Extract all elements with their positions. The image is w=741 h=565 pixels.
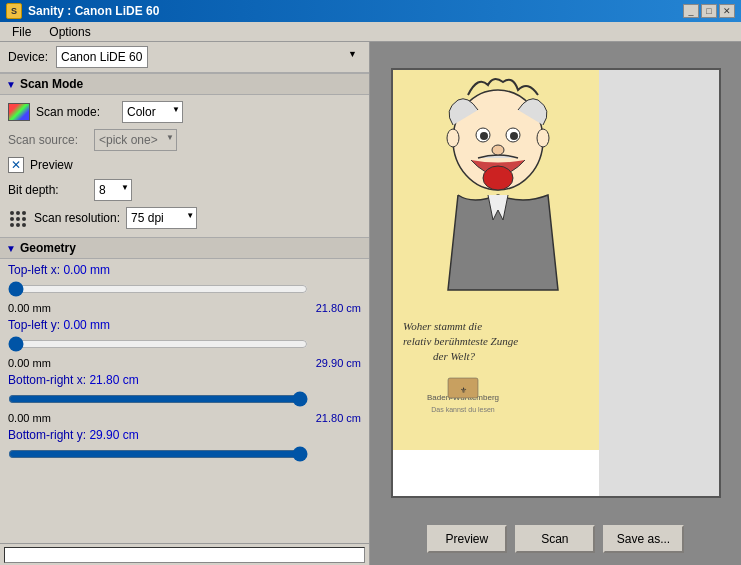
bit-depth-row: Bit depth: 8 16 bbox=[8, 179, 361, 201]
filename-input[interactable] bbox=[4, 547, 365, 563]
scanner-empty-area bbox=[599, 70, 719, 498]
preview-button[interactable]: Preview bbox=[427, 525, 507, 553]
svg-point-5 bbox=[510, 132, 518, 140]
right-panel: Woher stammt die relativ berühmteste Zun… bbox=[370, 42, 741, 565]
scan-mode-arrow: ▼ bbox=[6, 79, 16, 90]
svg-point-7 bbox=[492, 145, 504, 155]
top-left-y-slider[interactable] bbox=[8, 334, 308, 354]
top-left-x-min: 0.00 mm bbox=[8, 302, 51, 314]
preview-label: Preview bbox=[30, 158, 73, 172]
scroll-panel[interactable]: ▼ Scan Mode Scan mode: Color Gray Linear… bbox=[0, 73, 369, 543]
geometry-arrow: ▼ bbox=[6, 243, 16, 254]
scan-resolution-row: Scan resolution: 75 dpi 150 dpi 300 dpi … bbox=[8, 207, 361, 229]
scanned-document: Woher stammt die relativ berühmteste Zun… bbox=[393, 70, 603, 450]
top-left-y-label: Top-left y: 0.00 mm bbox=[8, 318, 361, 332]
scan-button[interactable]: Scan bbox=[515, 525, 595, 553]
main-content: Device: Canon LiDE 60 ▼ Scan Mode bbox=[0, 42, 741, 565]
preview-checkbox[interactable]: ✕ bbox=[8, 157, 24, 173]
device-select-wrap[interactable]: Canon LiDE 60 bbox=[56, 46, 361, 68]
bottom-right-x-max: 21.80 cm bbox=[316, 412, 361, 424]
scan-mode-title: Scan Mode bbox=[20, 77, 83, 91]
scan-source-select[interactable]: <pick one> bbox=[94, 129, 177, 151]
bottom-right-y-value: 29.90 cm bbox=[89, 428, 138, 442]
title-bar: S Sanity : Canon LiDE 60 _ □ ✕ bbox=[0, 0, 741, 22]
einstein-svg: Woher stammt die relativ berühmteste Zun… bbox=[393, 70, 603, 450]
resolution-icon bbox=[8, 209, 28, 227]
bottom-right-x-label-text: Bottom-right x: bbox=[8, 373, 86, 387]
scan-source-label: Scan source: bbox=[8, 133, 88, 147]
scan-mode-row: Scan mode: Color Gray Lineart bbox=[8, 101, 361, 123]
top-left-y-range: 0.00 mm 29.90 cm bbox=[8, 357, 361, 369]
scanner-bed: Woher stammt die relativ berühmteste Zun… bbox=[391, 68, 721, 498]
top-left-x-label: Top-left x: 0.00 mm bbox=[8, 263, 361, 277]
top-left-x-label-text: Top-left x: bbox=[8, 263, 60, 277]
scan-source-row: Scan source: <pick one> bbox=[8, 129, 361, 151]
bit-depth-label: Bit depth: bbox=[8, 183, 88, 197]
maximize-button[interactable]: □ bbox=[701, 4, 717, 18]
bottom-right-x-min: 0.00 mm bbox=[8, 412, 51, 424]
bottom-right-x-value: 21.80 cm bbox=[89, 373, 138, 387]
color-mode-icon bbox=[8, 103, 30, 121]
scan-mode-label: Scan mode: bbox=[36, 105, 116, 119]
top-left-x-range: 0.00 mm 21.80 cm bbox=[8, 302, 361, 314]
bottom-buttons: Preview Scan Save as... bbox=[378, 521, 733, 557]
scan-mode-header[interactable]: ▼ Scan Mode bbox=[0, 73, 369, 95]
device-row: Device: Canon LiDE 60 bbox=[0, 42, 369, 73]
bottom-right-x-group: Bottom-right x: 21.80 cm 0.00 mm 21.80 c… bbox=[8, 373, 361, 424]
svg-point-9 bbox=[537, 129, 549, 147]
svg-text:Das kannst du lesen: Das kannst du lesen bbox=[431, 406, 495, 413]
minimize-button[interactable]: _ bbox=[683, 4, 699, 18]
title-text: Sanity : Canon LiDE 60 bbox=[28, 4, 159, 18]
bit-depth-select-wrap[interactable]: 8 16 bbox=[94, 179, 132, 201]
top-left-y-min: 0.00 mm bbox=[8, 357, 51, 369]
title-bar-left: S Sanity : Canon LiDE 60 bbox=[6, 3, 159, 19]
svg-point-4 bbox=[480, 132, 488, 140]
device-label: Device: bbox=[8, 50, 48, 64]
left-panel: Device: Canon LiDE 60 ▼ Scan Mode bbox=[0, 42, 370, 565]
bottom-right-y-label: Bottom-right y: 29.90 cm bbox=[8, 428, 361, 442]
scan-mode-body: Scan mode: Color Gray Lineart Scan sourc… bbox=[0, 95, 369, 237]
geometry-title: Geometry bbox=[20, 241, 76, 255]
bottom-right-x-label: Bottom-right x: 21.80 cm bbox=[8, 373, 361, 387]
top-left-y-max: 29.90 cm bbox=[316, 357, 361, 369]
preview-area: Woher stammt die relativ berühmteste Zun… bbox=[378, 50, 733, 515]
svg-text:⚜: ⚜ bbox=[459, 386, 466, 395]
svg-point-6 bbox=[483, 166, 513, 190]
menu-bar: File Options bbox=[0, 22, 741, 42]
app-icon: S bbox=[6, 3, 22, 19]
scan-mode-select[interactable]: Color Gray Lineart bbox=[122, 101, 183, 123]
close-button[interactable]: ✕ bbox=[719, 4, 735, 18]
bottom-right-y-slider[interactable] bbox=[8, 444, 308, 464]
bottom-right-x-slider[interactable] bbox=[8, 389, 308, 409]
geometry-header[interactable]: ▼ Geometry bbox=[0, 237, 369, 259]
scan-source-select-wrap[interactable]: <pick one> bbox=[94, 129, 177, 151]
top-left-x-max: 21.80 cm bbox=[316, 302, 361, 314]
scan-resolution-select-wrap[interactable]: 75 dpi 150 dpi 300 dpi 600 dpi 1200 dpi bbox=[126, 207, 197, 229]
top-left-y-label-text: Top-left y: bbox=[8, 318, 60, 332]
bottom-right-y-group: Bottom-right y: 29.90 cm bbox=[8, 428, 361, 467]
preview-image-container: Woher stammt die relativ berühmteste Zun… bbox=[378, 50, 733, 515]
top-left-x-value: 0.00 mm bbox=[63, 263, 110, 277]
menu-options[interactable]: Options bbox=[41, 24, 98, 40]
svg-text:relativ berühmteste Zunge: relativ berühmteste Zunge bbox=[403, 335, 518, 347]
scan-resolution-label: Scan resolution: bbox=[34, 211, 120, 225]
svg-text:Woher stammt die: Woher stammt die bbox=[403, 320, 482, 332]
preview-row: ✕ Preview bbox=[8, 157, 361, 173]
title-controls[interactable]: _ □ ✕ bbox=[683, 4, 735, 18]
device-select[interactable]: Canon LiDE 60 bbox=[56, 46, 148, 68]
geometry-body: Top-left x: 0.00 mm 0.00 mm 21.80 cm Top… bbox=[0, 259, 369, 471]
scan-resolution-select[interactable]: 75 dpi 150 dpi 300 dpi 600 dpi 1200 dpi bbox=[126, 207, 197, 229]
top-left-x-group: Top-left x: 0.00 mm 0.00 mm 21.80 cm bbox=[8, 263, 361, 314]
bottom-right-y-label-text: Bottom-right y: bbox=[8, 428, 86, 442]
scan-mode-select-wrap[interactable]: Color Gray Lineart bbox=[122, 101, 183, 123]
svg-text:der Welt?: der Welt? bbox=[433, 350, 476, 362]
filename-bar bbox=[0, 543, 369, 565]
top-left-y-group: Top-left y: 0.00 mm 0.00 mm 29.90 cm bbox=[8, 318, 361, 369]
top-left-x-slider[interactable] bbox=[8, 279, 308, 299]
bit-depth-select[interactable]: 8 16 bbox=[94, 179, 132, 201]
svg-point-8 bbox=[447, 129, 459, 147]
bottom-right-x-range: 0.00 mm 21.80 cm bbox=[8, 412, 361, 424]
save-as-button[interactable]: Save as... bbox=[603, 525, 684, 553]
top-left-y-value: 0.00 mm bbox=[63, 318, 110, 332]
menu-file[interactable]: File bbox=[4, 24, 39, 40]
